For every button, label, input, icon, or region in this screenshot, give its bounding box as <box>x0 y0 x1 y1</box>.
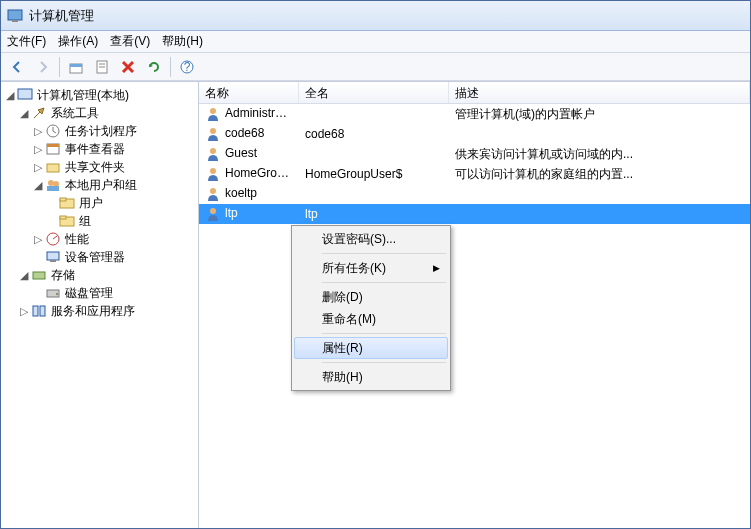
tree-sharedfolders[interactable]: ▷ 共享文件夹 <box>1 158 198 176</box>
up-button[interactable] <box>64 55 88 79</box>
menu-sep <box>322 282 446 283</box>
toolbar: ? <box>1 53 750 81</box>
tree-devmgr[interactable]: 设备管理器 <box>1 248 198 266</box>
col-name[interactable]: 名称 <box>199 82 299 103</box>
expand-icon[interactable]: ▷ <box>31 143 45 156</box>
ctx-delete[interactable]: 删除(D) <box>294 286 448 308</box>
tree-taskscheduler[interactable]: ▷ 任务计划程序 <box>1 122 198 140</box>
svg-rect-13 <box>47 164 59 172</box>
menu-sep <box>322 253 446 254</box>
app-icon <box>7 8 23 24</box>
svg-point-32 <box>210 168 216 174</box>
svg-rect-18 <box>60 198 66 201</box>
cell-desc: 可以访问计算机的家庭组的内置... <box>449 166 750 183</box>
forward-button[interactable] <box>31 55 55 79</box>
titlebar: 计算机管理 <box>1 1 750 31</box>
svg-rect-9 <box>18 89 32 99</box>
tree-storage[interactable]: ◢ 存储 <box>1 266 198 284</box>
svg-rect-3 <box>70 64 82 67</box>
ctx-alltasks[interactable]: 所有任务(K)▶ <box>294 257 448 279</box>
tree-diskmgmt[interactable]: 磁盘管理 <box>1 284 198 302</box>
help-button[interactable]: ? <box>175 55 199 79</box>
computer-icon <box>17 87 33 103</box>
tree-root[interactable]: ◢ 计算机管理(本地) <box>1 86 198 104</box>
svg-rect-0 <box>8 10 22 20</box>
cell-name: Administrat... <box>225 106 295 120</box>
menu-sep <box>322 333 446 334</box>
list-row[interactable]: koeltp <box>199 184 750 204</box>
back-button[interactable] <box>5 55 29 79</box>
svg-rect-28 <box>40 306 45 316</box>
tree-systools[interactable]: ◢ 系统工具 <box>1 104 198 122</box>
delete-button[interactable] <box>116 55 140 79</box>
svg-rect-27 <box>33 306 38 316</box>
ctx-setpassword[interactable]: 设置密码(S)... <box>294 228 448 250</box>
user-icon <box>205 206 221 222</box>
expand-icon[interactable]: ▷ <box>31 161 45 174</box>
submenu-arrow-icon: ▶ <box>433 263 440 273</box>
svg-rect-12 <box>47 144 59 147</box>
expand-icon[interactable]: ▷ <box>31 125 45 138</box>
refresh-button[interactable] <box>142 55 166 79</box>
collapse-icon[interactable]: ◢ <box>17 269 31 282</box>
shared-icon <box>45 159 61 175</box>
svg-rect-1 <box>12 20 18 22</box>
svg-rect-16 <box>47 186 59 191</box>
user-icon <box>205 186 221 202</box>
svg-point-33 <box>210 188 216 194</box>
cell-name: code68 <box>225 126 264 140</box>
col-fullname[interactable]: 全名 <box>299 82 449 103</box>
clock-icon <box>45 123 61 139</box>
svg-point-31 <box>210 148 216 154</box>
tools-icon <box>31 105 47 121</box>
tree-localusers[interactable]: ◢ 本地用户和组 <box>1 176 198 194</box>
tree-panel[interactable]: ◢ 计算机管理(本地) ◢ 系统工具 ▷ 任务计划程序 ▷ 事件查看器 ▷ <box>1 82 199 528</box>
list-header: 名称 全名 描述 <box>199 82 750 104</box>
cell-name: HomeGrou... <box>225 166 294 180</box>
svg-point-29 <box>210 108 216 114</box>
tree-users[interactable]: 用户 <box>1 194 198 212</box>
tree-groups[interactable]: 组 <box>1 212 198 230</box>
tree-eventviewer[interactable]: ▷ 事件查看器 <box>1 140 198 158</box>
list-row[interactable]: HomeGrou...HomeGroupUser$可以访问计算机的家庭组的内置.… <box>199 164 750 184</box>
expand-icon[interactable]: ▷ <box>31 233 45 246</box>
menu-sep <box>322 362 446 363</box>
user-icon <box>205 166 221 182</box>
list-row[interactable]: Administrat...管理计算机(域)的内置帐户 <box>199 104 750 124</box>
toolbar-sep <box>170 57 171 77</box>
expand-icon[interactable]: ▷ <box>17 305 31 318</box>
tree-performance[interactable]: ▷ 性能 <box>1 230 198 248</box>
cell-name: Guest <box>225 146 257 160</box>
menu-view[interactable]: 查看(V) <box>110 33 150 50</box>
device-icon <box>45 249 61 265</box>
menu-file[interactable]: 文件(F) <box>7 33 46 50</box>
tree-services[interactable]: ▷ 服务和应用程序 <box>1 302 198 320</box>
ctx-properties[interactable]: 属性(R) <box>294 337 448 359</box>
col-desc[interactable]: 描述 <box>449 82 750 103</box>
list-panel: 名称 全名 描述 Administrat...管理计算机(域)的内置帐户code… <box>199 82 750 528</box>
collapse-icon[interactable]: ◢ <box>3 89 17 102</box>
svg-text:?: ? <box>184 60 191 74</box>
ctx-help[interactable]: 帮助(H) <box>294 366 448 388</box>
user-icon <box>205 126 221 142</box>
cell-name: ltp <box>225 206 238 220</box>
event-icon <box>45 141 61 157</box>
collapse-icon[interactable]: ◢ <box>31 179 45 192</box>
folder-icon <box>59 213 75 229</box>
list-row[interactable]: code68code68 <box>199 124 750 144</box>
menu-help[interactable]: 帮助(H) <box>162 33 203 50</box>
svg-point-34 <box>210 208 216 214</box>
svg-point-30 <box>210 128 216 134</box>
cell-desc: 管理计算机(域)的内置帐户 <box>449 106 750 123</box>
list-row[interactable]: ltpltp <box>199 204 750 224</box>
cell-name: koeltp <box>225 186 257 200</box>
svg-rect-20 <box>60 216 66 219</box>
perf-icon <box>45 231 61 247</box>
collapse-icon[interactable]: ◢ <box>17 107 31 120</box>
menu-action[interactable]: 操作(A) <box>58 33 98 50</box>
properties-button[interactable] <box>90 55 114 79</box>
ctx-rename[interactable]: 重命名(M) <box>294 308 448 330</box>
cell-fullname: ltp <box>299 207 449 221</box>
toolbar-sep <box>59 57 60 77</box>
list-row[interactable]: Guest供来宾访问计算机或访问域的内... <box>199 144 750 164</box>
